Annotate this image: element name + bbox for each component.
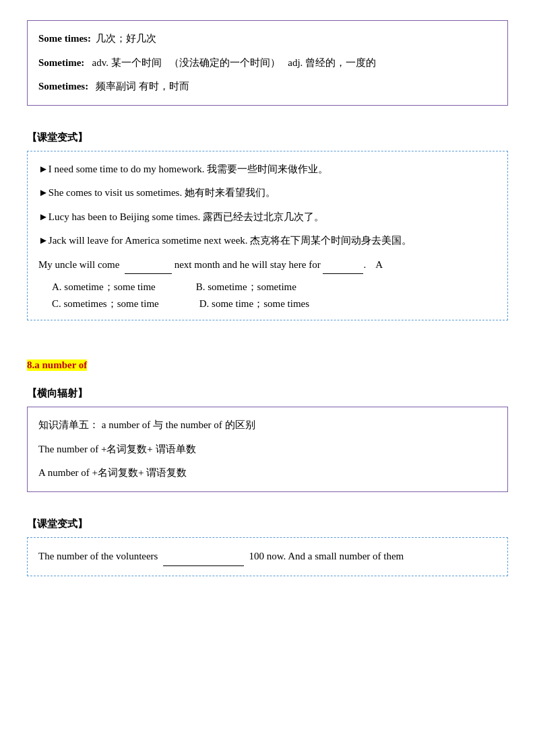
spacer4: [27, 504, 508, 518]
example-line1: ►I need some time to do my homework. 我需要…: [38, 161, 497, 178]
options-row-2: C. sometimes；some time D. some time；some…: [52, 298, 497, 310]
exercise-answer: A: [375, 259, 383, 270]
blank-3: [163, 547, 244, 566]
sometime-line2: Sometime: adv. 某一个时间 （没法确定的一个时间） adj. 曾经…: [38, 55, 497, 72]
example-line4: ►Jack will leave for America sometime ne…: [38, 232, 497, 250]
sometime-label: Sometime:: [38, 57, 84, 68]
exercise-dashed-box-1: ►I need some time to do my homework. 我需要…: [27, 151, 508, 321]
spacer2: [27, 333, 508, 346]
exercise-line1-end: 100 now. And a small number of them: [249, 551, 404, 561]
classroom-title-1: 【课堂变式】: [27, 131, 508, 144]
sometimes-label2: Sometimes:: [38, 81, 88, 92]
sometime-line1: Some times: 几次；好几次: [38, 30, 497, 48]
example-line2: ►She comes to visit us sometimes. 她有时来看望…: [38, 184, 497, 202]
option-c: C. sometimes；some time: [52, 298, 159, 310]
knowledge-intro: 知识清单五： a number of 与 the number of 的区别: [38, 417, 497, 434]
section-8-container: 8.a number of: [27, 359, 508, 379]
spacer3: [27, 346, 508, 359]
knowledge-box-1: 知识清单五： a number of 与 the number of 的区别 T…: [27, 407, 508, 492]
exercise-line1-start: The number of the volunteers: [38, 551, 158, 561]
option-b: B. sometime；sometime: [196, 281, 296, 294]
sometimes-content: 几次；好几次: [96, 33, 156, 44]
option-d: D. some time；some times: [199, 298, 309, 310]
sometimes-label: Some times:: [38, 33, 91, 44]
option-a: A. sometime；some time: [52, 281, 156, 294]
sometime-part3: adj. 曾经的，一度的: [288, 57, 376, 68]
lateral-title: 【横向辐射】: [27, 387, 508, 400]
blank-1: [125, 256, 172, 275]
classroom-title-2: 【课堂变式】: [27, 518, 508, 530]
example-line3: ►Lucy has been to Beijing some times. 露西…: [38, 209, 497, 226]
options-row-1: A. sometime；some time B. sometime；someti…: [52, 281, 497, 294]
sometimes-content3: 频率副词 有时，时而: [96, 81, 189, 92]
sometime-part1: adv. 某一个时间: [92, 57, 162, 68]
exercise-dashed-box-2: The number of the volunteers 100 now. An…: [27, 537, 508, 576]
section-8-title: 8.a number of: [27, 359, 87, 371]
knowledge-line2: The number of +名词复数+ 谓语单数: [38, 441, 497, 458]
exercise-sentence: My uncle will come next month and he wil…: [38, 256, 497, 275]
knowledge-line3: A number of +名词复数+ 谓语复数: [38, 465, 497, 482]
exercise-intro: My uncle will come: [38, 259, 119, 270]
vocabulary-box-1: Some times: 几次；好几次 Sometime: adv. 某一个时间 …: [27, 20, 508, 106]
blank-2: [323, 256, 363, 275]
sometime-part2: （没法确定的一个时间）: [169, 57, 280, 68]
sometimes-line3: Sometimes: 频率副词 有时，时而: [38, 78, 497, 96]
spacer1: [27, 118, 508, 131]
exercise-middle: next month and he will stay here for: [175, 259, 321, 270]
exercise-line1: The number of the volunteers 100 now. An…: [38, 547, 497, 566]
